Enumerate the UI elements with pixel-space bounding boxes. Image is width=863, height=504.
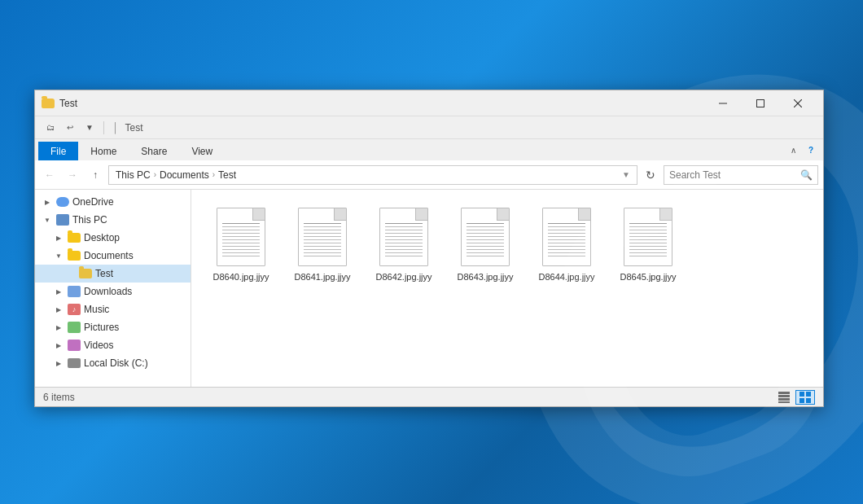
details-view-button[interactable] [774, 390, 794, 405]
downloads-icon [68, 285, 81, 298]
file-item-f4[interactable]: D8643.jpg.jjyy [449, 203, 522, 287]
expand-onedrive[interactable]: ▶ [42, 196, 53, 208]
svg-rect-0 [719, 103, 727, 103]
sidebar-label-local-disk: Local Disk (C:) [84, 357, 148, 369]
sidebar-item-documents[interactable]: ▼ Documents [35, 247, 191, 265]
this-pc-icon [56, 213, 69, 226]
path-arrow-2: › [212, 170, 215, 179]
address-bar: ← → ↑ This PC › Documents › Test ▼ ↻ 🔍 [35, 160, 823, 190]
search-input[interactable] [669, 169, 797, 181]
sidebar-label-test: Test [95, 268, 113, 279]
file-item-f5[interactable]: D8644.jpg.jjyy [530, 203, 603, 287]
back-button[interactable]: ← [40, 165, 59, 185]
sidebar-label-desktop: Desktop [84, 232, 120, 243]
sidebar-item-downloads[interactable]: ▶ Downloads [35, 283, 191, 300]
documents-icon [68, 249, 81, 262]
file-item-f3[interactable]: D8642.jpg.jjyy [367, 203, 440, 287]
qa-properties-button[interactable]: 🗂 [42, 119, 59, 137]
ribbon-tabs: File Home Share View ∧ ? [35, 139, 823, 160]
sidebar-item-test[interactable]: Test [35, 265, 191, 283]
file-icon [217, 208, 265, 266]
disk-icon [68, 357, 81, 370]
path-arrow-1: › [154, 170, 156, 179]
path-display: │ [112, 122, 119, 134]
quick-access-toolbar: 🗂 ↩ ▼ │ Test [35, 116, 823, 139]
path-test[interactable]: Test [218, 169, 236, 181]
expand-downloads[interactable]: ▶ [53, 286, 64, 297]
tab-file[interactable]: File [38, 142, 78, 160]
tab-share[interactable]: Share [129, 142, 179, 160]
sidebar-label-onedrive: OneDrive [72, 196, 114, 208]
expand-videos[interactable]: ▶ [53, 340, 64, 351]
address-path[interactable]: This PC › Documents › Test ▼ [108, 165, 637, 185]
sidebar-item-music[interactable]: ▶ ♪ Music [35, 300, 191, 318]
file-name: D8642.jpg.jjyy [375, 271, 432, 283]
expand-music[interactable]: ▶ [53, 304, 64, 315]
expand-pictures[interactable]: ▶ [53, 322, 64, 333]
title-path: Test [125, 122, 143, 134]
svg-rect-10 [799, 398, 804, 403]
qa-separator [103, 121, 104, 134]
maximize-button[interactable] [742, 90, 779, 116]
svg-rect-8 [799, 392, 804, 397]
file-name: D8640.jpg.jjyy [212, 271, 269, 283]
pictures-icon [68, 321, 81, 334]
large-icons-view-icon [799, 392, 811, 403]
test-folder-icon [79, 267, 92, 280]
svg-rect-4 [778, 392, 790, 394]
sidebar-label-pictures: Pictures [84, 322, 119, 333]
svg-rect-11 [806, 398, 811, 403]
qa-more-button[interactable]: ▼ [81, 119, 99, 137]
file-item-f6[interactable]: D8645.jpg.jjyy [611, 203, 685, 287]
svg-rect-1 [757, 99, 764, 107]
sidebar-label-this-pc: This PC [72, 214, 107, 226]
path-dropdown-arrow[interactable]: ▼ [622, 170, 630, 179]
expand-local-disk[interactable]: ▶ [53, 357, 64, 369]
sidebar-item-videos[interactable]: ▶ Videos [35, 336, 191, 354]
expand-documents[interactable]: ▼ [53, 250, 64, 261]
sidebar: ▶ OneDrive ▼ This PC ▶ Deskto [35, 190, 191, 387]
file-item-f2[interactable]: D8641.jpg.jjyy [286, 203, 359, 287]
sidebar-item-desktop[interactable]: ▶ Desktop [35, 229, 191, 247]
svg-rect-9 [806, 392, 811, 397]
minimize-button[interactable] [704, 90, 742, 116]
expand-this-pc[interactable]: ▼ [42, 214, 53, 226]
file-name: D8644.jpg.jjyy [538, 271, 594, 283]
desktop-icon [68, 231, 81, 244]
expand-test[interactable] [64, 268, 76, 279]
svg-rect-6 [778, 398, 790, 401]
items-count: 6 items [43, 392, 774, 403]
up-button[interactable]: ↑ [85, 165, 105, 185]
search-box[interactable]: 🔍 [664, 165, 818, 185]
sidebar-label-videos: Videos [84, 340, 113, 351]
ribbon-expand-button[interactable]: ∧ [784, 141, 802, 159]
large-icons-view-button[interactable] [795, 390, 815, 405]
sidebar-item-local-disk[interactable]: ▶ Local Disk (C:) [35, 354, 191, 372]
path-this-pc[interactable]: This PC [116, 169, 151, 181]
status-bar: 6 items [35, 387, 823, 406]
tab-view[interactable]: View [179, 142, 225, 160]
file-area: D8640.jpg.jjyy D8641.jpg.jjyy D8642.jpg.… [191, 190, 823, 387]
expand-desktop[interactable]: ▶ [53, 232, 64, 243]
file-name: D8643.jpg.jjyy [457, 271, 513, 283]
onedrive-icon [56, 195, 69, 208]
path-documents[interactable]: Documents [160, 169, 209, 181]
file-icon [379, 208, 428, 266]
close-button[interactable] [779, 90, 817, 116]
forward-button[interactable]: → [63, 165, 82, 185]
sidebar-label-downloads: Downloads [84, 286, 132, 297]
help-button[interactable]: ? [802, 141, 820, 159]
svg-rect-5 [778, 395, 790, 397]
title-bar: Test [35, 90, 823, 116]
sidebar-item-this-pc[interactable]: ▼ This PC [35, 211, 191, 229]
music-icon: ♪ [68, 303, 81, 316]
qa-undo-button[interactable]: ↩ [61, 119, 79, 137]
refresh-button[interactable]: ↻ [641, 165, 660, 185]
tab-home[interactable]: Home [78, 142, 129, 160]
window-title: Test [59, 98, 704, 109]
sidebar-label-music: Music [84, 304, 109, 315]
file-item-f1[interactable]: D8640.jpg.jjyy [204, 203, 278, 287]
sidebar-item-pictures[interactable]: ▶ Pictures [35, 318, 191, 336]
videos-icon [68, 339, 81, 352]
sidebar-item-onedrive[interactable]: ▶ OneDrive [35, 193, 191, 211]
